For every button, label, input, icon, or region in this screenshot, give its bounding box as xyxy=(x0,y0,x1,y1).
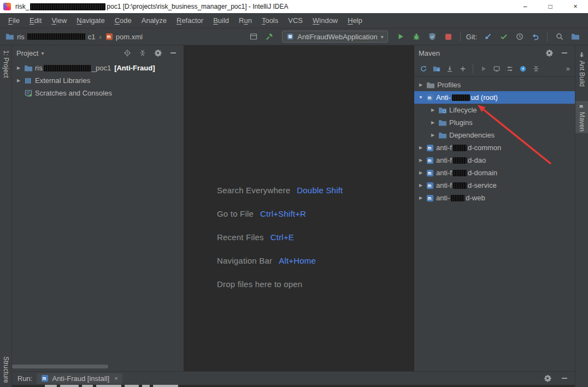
maven-row-module-web[interactable]: ▶ anti-d-web xyxy=(414,192,575,204)
close-tab-icon[interactable]: × xyxy=(114,375,117,382)
redacted-text xyxy=(453,170,467,176)
preview-layout-button[interactable] xyxy=(246,30,261,43)
breadcrumb-file[interactable]: pom.xml xyxy=(116,33,143,41)
project-panel: Project ▾ ▶ xyxy=(12,45,184,371)
scratches-row[interactable]: Scratches and Consoles xyxy=(12,87,184,99)
horizontal-scrollbar[interactable] xyxy=(12,365,108,368)
maven-row-module-service[interactable]: ▶ anti-fd-service xyxy=(414,179,575,192)
collapse-all-button[interactable] xyxy=(530,63,542,74)
coverage-shield-icon xyxy=(428,32,437,41)
download-sources-button[interactable] xyxy=(443,63,456,74)
menu-file[interactable]: File xyxy=(3,15,25,26)
redacted-text xyxy=(44,65,91,72)
menu-build[interactable]: Build xyxy=(208,15,234,26)
menu-analyze[interactable]: Analyze xyxy=(137,15,172,26)
redacted-text xyxy=(27,33,85,40)
reimport-maven-button[interactable] xyxy=(417,63,430,74)
maven-row-plugins[interactable]: ▶ Plugins xyxy=(414,116,575,129)
console-output-strip xyxy=(12,385,575,387)
maven-module-icon xyxy=(426,194,434,202)
project-settings-button[interactable] xyxy=(151,47,164,58)
maven-toolbar: » xyxy=(414,61,575,77)
project-panel-title[interactable]: Project xyxy=(16,49,38,57)
tool-button-project[interactable]: 1: Project xyxy=(0,49,11,80)
more-actions-icon[interactable]: » xyxy=(564,64,572,73)
menu-vcs[interactable]: VCS xyxy=(283,15,308,26)
tool-button-structure[interactable]: Structure xyxy=(0,355,11,385)
run-button[interactable] xyxy=(393,30,408,43)
project-root-row[interactable]: ▶ ris _poc1 [Anti-Fraud] xyxy=(12,62,184,74)
skip-tests-button[interactable] xyxy=(516,63,529,74)
scratches-icon xyxy=(24,89,33,98)
commit-button[interactable] xyxy=(496,30,511,43)
tool-button-maven[interactable]: Maven xyxy=(575,101,588,133)
project-folder-icon xyxy=(24,64,33,73)
chevron-right-icon: ▶ xyxy=(418,195,424,200)
execute-goal-button[interactable] xyxy=(490,63,503,74)
titlebar: risk_ poc1 [D:\projects\risk_business_ma… xyxy=(0,0,588,13)
menu-refactor[interactable]: Refactor xyxy=(172,15,208,26)
maven-row-profiles[interactable]: ▶ Profiles xyxy=(414,79,575,91)
chevron-right-icon: ▶ xyxy=(430,108,436,112)
menu-navigate[interactable]: Navigate xyxy=(72,15,109,26)
hide-maven-panel-button[interactable] xyxy=(558,47,571,58)
collapse-all-button[interactable] xyxy=(136,47,149,58)
debug-button[interactable] xyxy=(409,30,424,43)
chevron-right-icon: ▶ xyxy=(418,183,424,188)
run-configuration-select[interactable]: AntiFraudWebApplication ▾ xyxy=(282,31,387,43)
run-maven-build-button[interactable] xyxy=(477,63,490,74)
maven-icon xyxy=(41,374,49,382)
menu-tools[interactable]: Tools xyxy=(257,15,283,26)
toggle-profiles-button[interactable] xyxy=(503,63,516,74)
menu-view[interactable]: View xyxy=(46,15,72,26)
build-project-button[interactable] xyxy=(262,30,277,43)
generate-sources-button[interactable] xyxy=(430,63,443,74)
profiles-folder-icon xyxy=(426,81,435,90)
close-button[interactable]: × xyxy=(563,0,588,13)
minimize-button[interactable]: – xyxy=(513,0,538,13)
hide-run-panel-button[interactable] xyxy=(558,373,571,384)
run-tab[interactable]: Anti-Fraud [install] × xyxy=(37,373,122,384)
maven-row-module-common[interactable]: ▶ anti-fd-common xyxy=(414,141,575,154)
hint-search-everywhere: Search EverywhereDouble Shift xyxy=(217,178,343,202)
rollback-button[interactable] xyxy=(528,30,543,43)
update-project-button[interactable] xyxy=(480,30,495,43)
menu-run[interactable]: Run xyxy=(234,15,257,26)
refresh-icon xyxy=(420,65,427,73)
editor-area[interactable]: Search EverywhereDouble Shift Go to File… xyxy=(184,45,414,371)
locate-file-button[interactable] xyxy=(121,47,133,58)
maximize-button[interactable]: □ xyxy=(538,0,563,13)
target-icon xyxy=(124,49,131,57)
stop-button[interactable] xyxy=(441,30,456,43)
maven-row-lifecycle[interactable]: ▶ Lifecycle xyxy=(414,104,575,116)
history-button[interactable] xyxy=(512,30,527,43)
maven-settings-button[interactable] xyxy=(543,47,555,58)
maven-project-icon xyxy=(426,94,434,102)
search-everywhere-button[interactable] xyxy=(552,30,567,43)
run-settings-button[interactable] xyxy=(541,373,554,384)
chevron-down-icon: ▼ xyxy=(418,95,424,100)
tool-button-ant-build[interactable]: Ant Build xyxy=(575,50,588,88)
lifecycle-icon xyxy=(438,106,447,115)
intellij-logo-icon xyxy=(3,3,11,10)
breadcrumb: ris c1 › pom.xml xyxy=(5,32,143,41)
maven-row-module-dao[interactable]: ▶ anti-fd-dao xyxy=(414,154,575,166)
hide-icon xyxy=(170,52,176,53)
menu-help[interactable]: Help xyxy=(343,15,367,26)
breadcrumb-project[interactable]: ris xyxy=(17,33,25,41)
add-maven-project-button[interactable] xyxy=(456,63,469,74)
menu-bar: File Edit View Navigate Code Analyze Ref… xyxy=(0,13,588,28)
project-structure-button[interactable] xyxy=(568,30,583,43)
coverage-button[interactable] xyxy=(425,30,440,43)
maven-row-dependencies[interactable]: ▶ Dependencies xyxy=(414,129,575,141)
chevron-down-icon: ▾ xyxy=(381,34,384,40)
maven-row-root[interactable]: ▼ Anti- ud (root) xyxy=(414,91,575,104)
play-icon xyxy=(480,65,487,73)
hide-project-panel-button[interactable] xyxy=(167,47,179,58)
maven-row-module-domain[interactable]: ▶ anti-fd-domain xyxy=(414,166,575,179)
menu-edit[interactable]: Edit xyxy=(25,15,46,26)
menu-code[interactable]: Code xyxy=(110,15,137,26)
menu-window[interactable]: Window xyxy=(308,15,343,26)
external-libraries-row[interactable]: ▶ External Libraries xyxy=(12,74,184,87)
project-folder-icon xyxy=(5,32,14,41)
